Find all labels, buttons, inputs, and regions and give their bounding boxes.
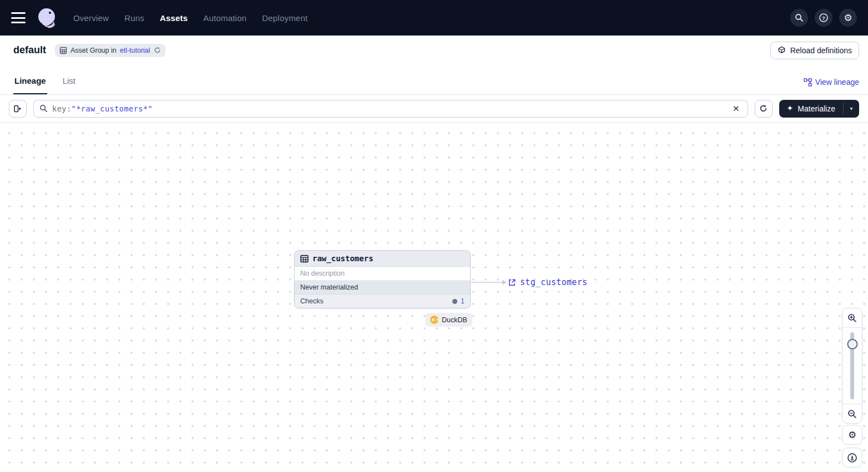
- help-button[interactable]: ?: [815, 9, 832, 27]
- nav-item-overview[interactable]: Overview: [73, 13, 109, 23]
- gear-icon: ⚙: [848, 430, 856, 440]
- kind-tag-duckdb[interactable]: DuckDB: [425, 313, 472, 327]
- materialize-split-button: ✦ Materialize ▾: [779, 100, 859, 118]
- downstream-asset-name: stg_customers: [520, 277, 587, 287]
- clear-filter-button[interactable]: ✕: [730, 103, 742, 115]
- search-icon: [39, 104, 48, 113]
- nav-item-assets[interactable]: Assets: [160, 13, 188, 23]
- view-lineage-link[interactable]: View lineage: [804, 78, 859, 94]
- filter-query-text: key:"*raw_customers*": [52, 104, 153, 113]
- materialize-label: Materialize: [798, 104, 835, 113]
- filter-value: "*raw_customers*": [72, 104, 153, 113]
- zoom-control-panel: [842, 308, 862, 424]
- search-button[interactable]: [790, 9, 808, 27]
- reload-definitions-button[interactable]: Reload definitions: [770, 42, 859, 59]
- reload-definitions-label: Reload definitions: [790, 46, 852, 55]
- primary-nav: Overview Runs Assets Automation Deployme…: [73, 13, 307, 23]
- asset-node-raw-customers[interactable]: raw_customers No description Never mater…: [294, 250, 471, 308]
- asset-name: raw_customers: [312, 254, 374, 263]
- zoom-slider-handle[interactable]: [847, 339, 857, 349]
- refresh-icon: [759, 104, 768, 113]
- lineage-graph-icon: [804, 78, 812, 87]
- filter-key-prefix: key:: [52, 104, 72, 113]
- asset-group-icon: [59, 47, 67, 54]
- top-navigation: Overview Runs Assets Automation Deployme…: [0, 0, 868, 35]
- duckdb-icon: [430, 316, 438, 324]
- view-lineage-label: View lineage: [815, 78, 859, 87]
- asset-filter-input[interactable]: key:"*raw_customers*" ✕: [33, 100, 748, 118]
- lineage-edge-arrow: [471, 278, 508, 287]
- code-location-link[interactable]: etl-tutorial: [120, 47, 150, 54]
- checks-count: 1: [461, 297, 465, 305]
- external-link-icon: [508, 278, 516, 287]
- nav-item-runs[interactable]: Runs: [124, 13, 144, 23]
- asset-group-label: Asset Group in: [70, 47, 117, 54]
- sync-status-icon[interactable]: [154, 47, 161, 54]
- tabs-row: Lineage List View lineage: [0, 65, 868, 95]
- settings-button[interactable]: ⚙: [839, 9, 857, 27]
- asset-node-header[interactable]: raw_customers: [295, 251, 470, 267]
- page-title: default: [13, 44, 46, 56]
- asset-group-badge: Asset Group in etl-tutorial: [55, 44, 165, 57]
- lineage-toolbar: key:"*raw_customers*" ✕ ✦ Materialize ▾: [0, 95, 868, 123]
- asset-checks-row[interactable]: Checks 1: [295, 295, 470, 308]
- toggle-sidebar-button[interactable]: [9, 100, 27, 118]
- search-icon: [795, 13, 804, 22]
- asset-description: No description: [295, 267, 470, 281]
- downstream-asset-link[interactable]: stg_customers: [508, 277, 587, 287]
- page-header: default Asset Group in etl-tutorial Relo…: [0, 35, 868, 65]
- help-icon: ?: [819, 13, 829, 23]
- zoom-out-icon: [847, 409, 857, 419]
- check-status-dot: [452, 299, 457, 304]
- table-icon: [300, 255, 309, 263]
- tab-list[interactable]: List: [62, 76, 77, 94]
- zoom-in-icon: [847, 313, 857, 323]
- zoom-out-button[interactable]: [842, 404, 862, 423]
- recenter-button[interactable]: [842, 448, 862, 468]
- svg-text:?: ?: [822, 15, 825, 21]
- refresh-graph-button[interactable]: [755, 100, 773, 118]
- zoom-in-button[interactable]: [842, 308, 862, 328]
- graph-settings-button[interactable]: ⚙: [842, 425, 862, 445]
- open-panel-icon: [13, 104, 22, 113]
- kind-tag-label: DuckDB: [442, 316, 467, 324]
- asset-materialization-status: Never materialized: [295, 281, 470, 295]
- zoom-slider[interactable]: [842, 328, 862, 404]
- checks-label: Checks: [300, 297, 324, 305]
- nav-item-deployment[interactable]: Deployment: [262, 13, 307, 23]
- tab-lineage[interactable]: Lineage: [13, 76, 47, 94]
- dagster-logo[interactable]: [36, 6, 59, 29]
- reload-code-icon: [778, 46, 786, 54]
- recenter-icon: [847, 453, 857, 463]
- hamburger-menu-icon[interactable]: [11, 12, 26, 23]
- materialize-dropdown-button[interactable]: ▾: [844, 100, 859, 118]
- chevron-down-icon: ▾: [850, 105, 852, 111]
- sparkles-icon: ✦: [787, 104, 794, 113]
- lineage-graph-canvas[interactable]: raw_customers No description Never mater…: [0, 123, 868, 472]
- nav-item-automation[interactable]: Automation: [203, 13, 246, 23]
- materialize-button[interactable]: ✦ Materialize: [779, 100, 843, 118]
- gear-icon: ⚙: [844, 13, 852, 23]
